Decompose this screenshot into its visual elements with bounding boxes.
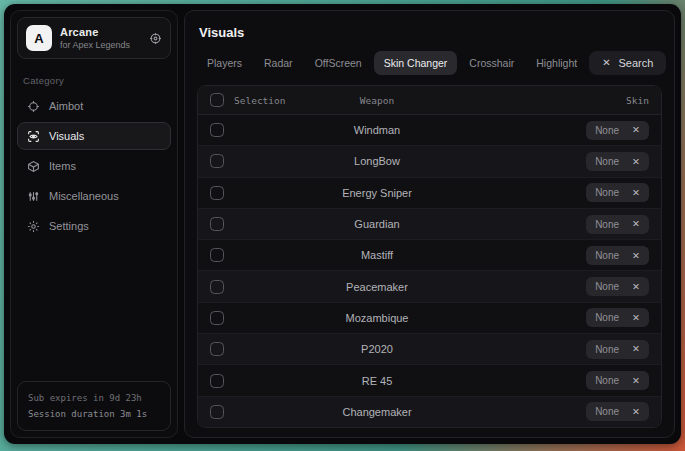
row-checkbox[interactable] bbox=[210, 248, 224, 262]
clear-skin-icon[interactable]: ✕ bbox=[632, 251, 640, 261]
clear-skin-icon[interactable]: ✕ bbox=[632, 344, 640, 354]
clear-skin-icon[interactable]: ✕ bbox=[632, 219, 640, 229]
target-icon[interactable] bbox=[149, 32, 162, 45]
sidebar-item-label: Miscellaneous bbox=[49, 190, 119, 202]
main-panel: Visuals PlayersRadarOffScreenSkin Change… bbox=[184, 10, 675, 438]
row-checkbox[interactable] bbox=[210, 186, 224, 200]
search-button-label: Search bbox=[619, 57, 654, 69]
app-title-block: Arcane for Apex Legends bbox=[60, 26, 130, 50]
session-duration-text: Session duration 3m 1s bbox=[28, 406, 160, 422]
app-logo: A bbox=[26, 25, 52, 51]
skin-select-badge[interactable]: None✕ bbox=[586, 308, 649, 327]
category-label: Category bbox=[23, 75, 165, 86]
row-checkbox[interactable] bbox=[210, 217, 224, 231]
sidebar-item-items[interactable]: Items bbox=[17, 152, 171, 180]
weapon-name: Peacemaker bbox=[346, 281, 408, 293]
crosshair-icon bbox=[27, 100, 40, 113]
clear-skin-icon[interactable]: ✕ bbox=[632, 282, 640, 292]
column-header-weapon: Weapon bbox=[360, 95, 394, 106]
table-row: WindmanNone✕ bbox=[198, 115, 661, 145]
sidebar-item-label: Items bbox=[49, 160, 76, 172]
tab-bar: PlayersRadarOffScreenSkin ChangerCrossha… bbox=[197, 51, 662, 75]
tab-players[interactable]: Players bbox=[197, 51, 252, 75]
box-icon bbox=[27, 160, 40, 173]
row-checkbox[interactable] bbox=[210, 280, 224, 294]
skin-select-badge[interactable]: None✕ bbox=[586, 277, 649, 296]
row-checkbox[interactable] bbox=[210, 342, 224, 356]
sidebar-item-label: Visuals bbox=[49, 130, 84, 142]
app-subtitle: for Apex Legends bbox=[60, 40, 130, 50]
skin-value: None bbox=[595, 125, 619, 136]
skin-value: None bbox=[595, 187, 619, 198]
search-button[interactable]: ✕ Search bbox=[589, 51, 666, 75]
table-row: PeacemakerNone✕ bbox=[198, 270, 661, 301]
tab-offscreen[interactable]: OffScreen bbox=[305, 51, 372, 75]
weapon-name: Energy Sniper bbox=[342, 187, 412, 199]
skin-select-badge[interactable]: None✕ bbox=[586, 371, 649, 390]
clear-skin-icon[interactable]: ✕ bbox=[632, 313, 640, 323]
sidebar-item-visuals[interactable]: Visuals bbox=[17, 122, 171, 150]
clear-skin-icon[interactable]: ✕ bbox=[632, 125, 640, 135]
row-checkbox[interactable] bbox=[210, 405, 224, 419]
sidebar: A Arcane for Apex Legends Category Aimbo… bbox=[10, 10, 178, 438]
app-window: A Arcane for Apex Legends Category Aimbo… bbox=[4, 4, 681, 444]
tab-crosshair[interactable]: Crosshair bbox=[459, 51, 524, 75]
skin-select-badge[interactable]: None✕ bbox=[586, 215, 649, 234]
weapon-name: P2020 bbox=[361, 343, 393, 355]
skin-changer-table: Selection Weapon Skin WindmanNone✕LongBo… bbox=[197, 85, 662, 428]
app-name: Arcane bbox=[60, 26, 130, 38]
row-checkbox[interactable] bbox=[210, 374, 224, 388]
sliders-icon bbox=[27, 190, 40, 203]
table-header-row: Selection Weapon Skin bbox=[198, 86, 661, 115]
search-button-icon: ✕ bbox=[602, 58, 610, 68]
sidebar-item-label: Settings bbox=[49, 220, 89, 232]
table-row: ChangemakerNone✕ bbox=[198, 396, 661, 427]
sidebar-nav: AimbotVisualsItemsMiscellaneousSettings bbox=[11, 92, 177, 240]
eye-scan-icon bbox=[27, 130, 40, 143]
table-row: Energy SniperNone✕ bbox=[198, 177, 661, 208]
skin-select-badge[interactable]: None✕ bbox=[586, 152, 649, 171]
skin-value: None bbox=[595, 250, 619, 261]
row-checkbox[interactable] bbox=[210, 123, 224, 137]
table-row: MozambiqueNone✕ bbox=[198, 302, 661, 333]
sub-expires-text: Sub expires in 9d 23h bbox=[28, 390, 160, 406]
skin-select-badge[interactable]: None✕ bbox=[586, 340, 649, 359]
column-header-skin: Skin bbox=[626, 95, 649, 106]
table-row: MastiffNone✕ bbox=[198, 239, 661, 270]
skin-value: None bbox=[595, 219, 619, 230]
row-checkbox[interactable] bbox=[210, 311, 224, 325]
tab-skin-changer[interactable]: Skin Changer bbox=[374, 51, 458, 75]
skin-value: None bbox=[595, 156, 619, 167]
row-checkbox[interactable] bbox=[210, 154, 224, 168]
sidebar-item-settings[interactable]: Settings bbox=[17, 212, 171, 240]
weapon-name: Changemaker bbox=[342, 406, 411, 418]
table-row: LongBowNone✕ bbox=[198, 145, 661, 176]
clear-skin-icon[interactable]: ✕ bbox=[632, 407, 640, 417]
skin-select-badge[interactable]: None✕ bbox=[586, 121, 649, 140]
skin-value: None bbox=[595, 375, 619, 386]
skin-select-badge[interactable]: None✕ bbox=[586, 246, 649, 265]
clear-skin-icon[interactable]: ✕ bbox=[632, 157, 640, 167]
clear-skin-icon[interactable]: ✕ bbox=[632, 188, 640, 198]
sidebar-item-miscellaneous[interactable]: Miscellaneous bbox=[17, 182, 171, 210]
skin-select-badge[interactable]: None✕ bbox=[586, 183, 649, 202]
weapon-name: RE 45 bbox=[362, 375, 393, 387]
page-title: Visuals bbox=[199, 25, 660, 40]
desktop-background: A Arcane for Apex Legends Category Aimbo… bbox=[0, 0, 685, 451]
skin-select-badge[interactable]: None✕ bbox=[586, 402, 649, 421]
tab-highlight[interactable]: Highlight bbox=[526, 51, 587, 75]
session-info-card: Sub expires in 9d 23h Session duration 3… bbox=[17, 381, 171, 431]
app-header-card: A Arcane for Apex Legends bbox=[17, 17, 171, 59]
table-row: GuardianNone✕ bbox=[198, 208, 661, 239]
weapon-name: Mozambique bbox=[346, 312, 409, 324]
weapon-name: LongBow bbox=[354, 155, 400, 167]
skin-value: None bbox=[595, 344, 619, 355]
clear-skin-icon[interactable]: ✕ bbox=[632, 376, 640, 386]
table-body: WindmanNone✕LongBowNone✕Energy SniperNon… bbox=[198, 115, 661, 427]
gear-icon bbox=[27, 220, 40, 233]
weapon-name: Guardian bbox=[354, 218, 399, 230]
select-all-checkbox[interactable] bbox=[210, 93, 224, 107]
sidebar-item-aimbot[interactable]: Aimbot bbox=[17, 92, 171, 120]
skin-value: None bbox=[595, 281, 619, 292]
tab-radar[interactable]: Radar bbox=[254, 51, 303, 75]
